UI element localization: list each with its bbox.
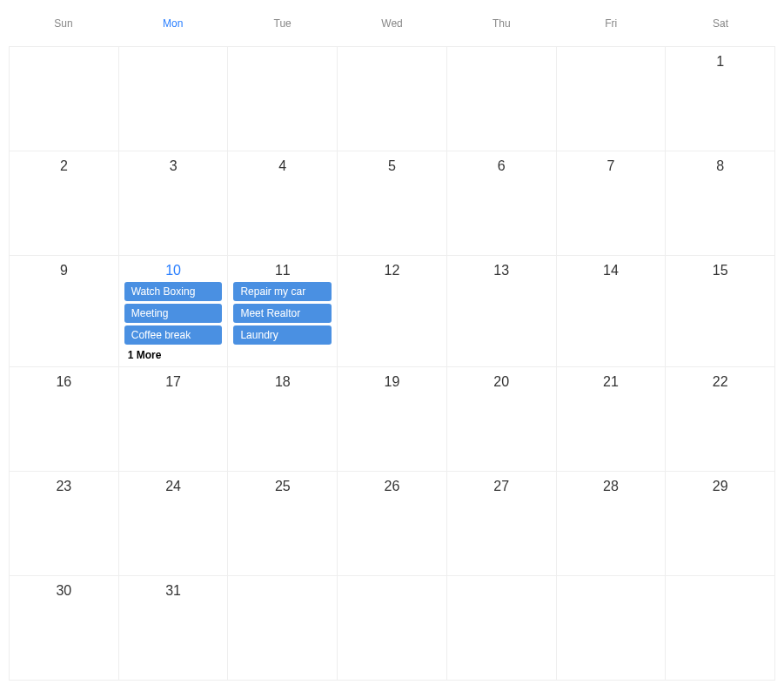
weekday-header-sun: Sun <box>9 9 118 45</box>
event-chip[interactable]: Coffee break <box>124 325 223 345</box>
day-number: 28 <box>560 479 662 494</box>
day-number: 3 <box>123 158 224 174</box>
day-cell[interactable]: 17 <box>119 367 229 472</box>
day-cell[interactable]: 24 <box>119 472 229 576</box>
day-number: 18 <box>231 374 333 390</box>
day-number: 23 <box>13 479 115 494</box>
day-cell[interactable]: 4 <box>228 151 338 256</box>
event-chip[interactable]: Meeting <box>124 304 223 323</box>
weekday-header-thu: Thu <box>446 9 556 45</box>
day-cell[interactable]: 14 <box>557 256 667 367</box>
day-cell[interactable]: 16 <box>10 367 119 472</box>
weekday-header-fri: Fri <box>556 9 666 45</box>
calendar: Sun Mon Tue Wed Thu Fri Sat 1 2 3 4 5 6 … <box>9 9 775 681</box>
day-number: 29 <box>669 479 771 494</box>
weekday-header-mon: Mon <box>118 9 228 45</box>
day-number: 7 <box>560 158 662 174</box>
day-cell[interactable]: 11 Repair my car Meet Realtor Laundry <box>228 256 338 367</box>
day-number: 4 <box>231 158 333 174</box>
day-cell[interactable] <box>119 47 229 151</box>
week-row: 1 <box>10 47 774 151</box>
calendar-grid: 1 2 3 4 5 6 7 8 9 10 Watch Boxing Meetin… <box>9 46 775 681</box>
day-cell[interactable] <box>10 47 119 151</box>
day-cell[interactable]: 20 <box>447 367 557 472</box>
day-number: 16 <box>13 374 115 390</box>
day-cell[interactable] <box>338 47 447 151</box>
day-cell[interactable]: 6 <box>447 151 557 256</box>
day-number: 10 <box>123 263 224 278</box>
day-cell[interactable]: 18 <box>228 367 338 472</box>
day-number: 1 <box>669 54 771 70</box>
event-chip[interactable]: Laundry <box>233 325 332 345</box>
day-number: 12 <box>341 263 443 278</box>
day-cell[interactable]: 22 <box>666 367 774 472</box>
day-number: 30 <box>13 583 115 599</box>
day-number: 13 <box>451 263 553 278</box>
day-cell[interactable] <box>557 47 667 151</box>
day-cell[interactable]: 13 <box>447 256 557 367</box>
day-cell[interactable]: 15 <box>666 256 774 367</box>
day-cell[interactable] <box>557 576 667 681</box>
day-cell[interactable]: 9 <box>10 256 119 367</box>
weekday-header-wed: Wed <box>338 9 447 45</box>
weekday-header-sat: Sat <box>666 9 775 45</box>
day-number: 19 <box>341 374 443 390</box>
day-cell[interactable]: 31 <box>119 576 229 681</box>
day-cell[interactable]: 23 <box>10 472 119 576</box>
weekday-header-tue: Tue <box>228 9 338 45</box>
day-number: 9 <box>13 263 115 278</box>
event-chip[interactable]: Watch Boxing <box>124 282 223 301</box>
day-cell[interactable] <box>228 47 338 151</box>
day-number: 6 <box>451 158 553 174</box>
day-cell[interactable]: 29 <box>666 472 774 576</box>
day-cell[interactable]: 25 <box>228 472 338 576</box>
day-cell[interactable] <box>447 47 557 151</box>
week-row: 30 31 <box>10 576 774 681</box>
day-cell[interactable] <box>447 576 557 681</box>
week-row: 9 10 Watch Boxing Meeting Coffee break 1… <box>10 256 774 367</box>
day-cell[interactable]: 3 <box>119 151 229 256</box>
day-cell[interactable]: 21 <box>557 367 667 472</box>
weekday-header-row: Sun Mon Tue Wed Thu Fri Sat <box>9 9 775 46</box>
day-number: 31 <box>123 583 224 599</box>
day-cell[interactable]: 12 <box>338 256 447 367</box>
day-number: 27 <box>451 479 553 494</box>
day-cell[interactable]: 8 <box>666 151 774 256</box>
day-number: 26 <box>341 479 443 494</box>
day-cell[interactable]: 7 <box>557 151 667 256</box>
day-number: 21 <box>560 374 662 390</box>
event-chip[interactable]: Repair my car <box>233 282 332 301</box>
week-row: 2 3 4 5 6 7 8 <box>10 151 774 256</box>
day-cell[interactable] <box>666 576 774 681</box>
day-cell[interactable]: 27 <box>447 472 557 576</box>
day-cell[interactable] <box>228 576 338 681</box>
day-number: 15 <box>669 263 771 278</box>
day-number: 5 <box>341 158 443 174</box>
day-cell[interactable]: 5 <box>338 151 447 256</box>
day-number: 24 <box>123 479 224 494</box>
day-number: 17 <box>123 374 224 390</box>
day-cell[interactable]: 28 <box>557 472 667 576</box>
day-number: 11 <box>231 263 333 278</box>
week-row: 23 24 25 26 27 28 29 <box>10 472 774 576</box>
day-cell[interactable]: 2 <box>10 151 119 256</box>
day-cell-today[interactable]: 10 Watch Boxing Meeting Coffee break 1 M… <box>119 256 229 367</box>
day-cell[interactable]: 30 <box>10 576 119 681</box>
day-number: 20 <box>451 374 553 390</box>
day-number: 2 <box>13 158 115 174</box>
day-cell[interactable]: 1 <box>666 47 774 151</box>
day-number: 22 <box>669 374 771 390</box>
event-chip[interactable]: Meet Realtor <box>233 304 332 323</box>
day-cell[interactable]: 19 <box>338 367 447 472</box>
day-number: 14 <box>560 263 662 278</box>
day-cell[interactable] <box>338 576 447 681</box>
more-events-link[interactable]: 1 More <box>123 347 224 363</box>
week-row: 16 17 18 19 20 21 22 <box>10 367 774 472</box>
day-cell[interactable]: 26 <box>338 472 447 576</box>
day-number: 8 <box>669 158 771 174</box>
day-number: 25 <box>231 479 333 494</box>
